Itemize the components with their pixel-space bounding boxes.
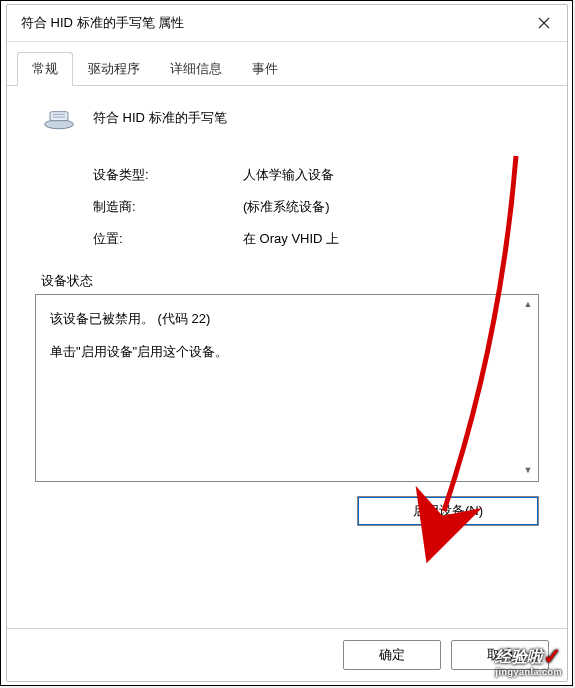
- prop-type-value: 人体学输入设备: [243, 166, 539, 184]
- tab-driver[interactable]: 驱动程序: [73, 52, 155, 85]
- tab-events[interactable]: 事件: [237, 52, 293, 85]
- tab-details[interactable]: 详细信息: [155, 52, 237, 85]
- scroll-down-icon[interactable]: ▼: [520, 463, 536, 479]
- enable-row: 启用设备(N): [35, 496, 539, 526]
- device-properties: 设备类型: 人体学输入设备 制造商: (标准系统设备) 位置: 在 Oray V…: [93, 166, 539, 248]
- device-status-label: 设备状态: [41, 272, 539, 290]
- status-line-1: 该设备已被禁用。 (代码 22): [50, 307, 512, 332]
- status-line-2: 单击"启用设备"启用这个设备。: [50, 340, 512, 365]
- device-status-textbox[interactable]: 该设备已被禁用。 (代码 22) 单击"启用设备"启用这个设备。 ▲ ▼: [35, 294, 539, 482]
- prop-row-manufacturer: 制造商: (标准系统设备): [93, 198, 539, 216]
- tab-content-general: 符合 HID 标准的手写笔 设备类型: 人体学输入设备 制造商: (标准系统设备…: [7, 86, 567, 526]
- window-title: 符合 HID 标准的手写笔 属性: [21, 14, 184, 32]
- prop-type-label: 设备类型:: [93, 166, 243, 184]
- device-header: 符合 HID 标准的手写笔: [41, 104, 539, 132]
- prop-mfg-value: (标准系统设备): [243, 198, 539, 216]
- ok-button[interactable]: 确定: [343, 640, 441, 670]
- title-bar: 符合 HID 标准的手写笔 属性: [7, 5, 567, 42]
- cancel-label: 取消: [487, 646, 513, 664]
- enable-device-label: 启用设备(N): [413, 502, 483, 520]
- ok-label: 确定: [379, 646, 405, 664]
- cancel-button[interactable]: 取消: [451, 640, 549, 670]
- properties-dialog: 符合 HID 标准的手写笔 属性 常规 驱动程序 详细信息 事件: [6, 4, 568, 682]
- tab-driver-label: 驱动程序: [88, 61, 140, 76]
- tab-strip: 常规 驱动程序 详细信息 事件: [7, 52, 567, 86]
- svg-rect-3: [50, 112, 68, 121]
- prop-loc-value: 在 Oray VHID 上: [243, 230, 539, 248]
- prop-row-location: 位置: 在 Oray VHID 上: [93, 230, 539, 248]
- prop-loc-label: 位置:: [93, 230, 243, 248]
- prop-row-type: 设备类型: 人体学输入设备: [93, 166, 539, 184]
- enable-device-button[interactable]: 启用设备(N): [357, 496, 539, 526]
- close-icon: [538, 17, 550, 29]
- scroll-up-icon[interactable]: ▲: [520, 297, 536, 313]
- prop-mfg-label: 制造商:: [93, 198, 243, 216]
- dialog-button-bar: 确定 取消: [7, 628, 567, 681]
- screenshot-frame: 符合 HID 标准的手写笔 属性 常规 驱动程序 详细信息 事件: [0, 0, 573, 686]
- tab-general[interactable]: 常规: [17, 52, 73, 86]
- device-name: 符合 HID 标准的手写笔: [93, 109, 227, 127]
- svg-point-2: [45, 120, 74, 129]
- device-status-group: 设备状态 该设备已被禁用。 (代码 22) 单击"启用设备"启用这个设备。 ▲ …: [35, 272, 539, 526]
- hid-device-icon: [41, 104, 77, 132]
- tab-events-label: 事件: [252, 61, 278, 76]
- tab-details-label: 详细信息: [170, 61, 222, 76]
- close-button[interactable]: [521, 5, 567, 41]
- tab-general-label: 常规: [32, 61, 58, 76]
